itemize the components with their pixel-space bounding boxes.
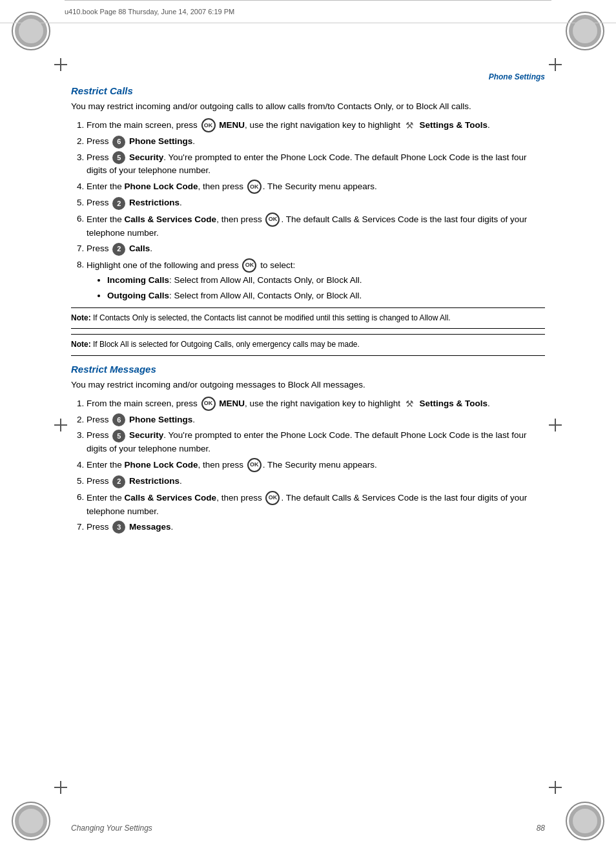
msg-step-4: Enter the Phone Lock Code, then press OK… bbox=[87, 458, 545, 472]
security-label-2: Security bbox=[129, 430, 163, 440]
security-label-1: Security bbox=[129, 152, 163, 162]
calls-bullet-list: Incoming Calls: Select from Allow All, C… bbox=[107, 274, 545, 303]
num-icon-2-1: 2 bbox=[112, 197, 125, 210]
restrictions-label-2: Restrictions bbox=[129, 476, 180, 486]
step-6: Enter the Calls & Services Code, then pr… bbox=[87, 213, 545, 240]
step-2: Press 6 Phone Settings. bbox=[87, 135, 545, 148]
step-7: Press 2 Calls. bbox=[87, 242, 545, 255]
restrict-calls-section: Restrict Calls You may restrict incoming… bbox=[71, 85, 545, 356]
ok-icon-7: OK bbox=[265, 491, 280, 505]
ok-icon-1: OK bbox=[201, 118, 216, 132]
num-icon-6-1: 6 bbox=[112, 136, 125, 149]
restrictions-label-1: Restrictions bbox=[129, 198, 180, 207]
section-header-text: Phone Settings bbox=[489, 72, 545, 81]
num-icon-2-3: 2 bbox=[112, 475, 125, 488]
header-bar: u410.book Page 88 Thursday, June 14, 200… bbox=[0, 0, 616, 23]
num-icon-5-2: 5 bbox=[112, 430, 125, 442]
note-text-1: If Contacts Only is selected, the Contac… bbox=[93, 313, 451, 322]
calls-services-label-2: Calls & Services Code bbox=[125, 492, 217, 502]
outgoing-calls-label: Outgoing Calls bbox=[107, 291, 169, 300]
restrict-messages-intro: You may restrict incoming and/or outgoin… bbox=[71, 379, 545, 391]
msg-step-7: Press 3 Messages. bbox=[87, 521, 545, 534]
cross-mark-mid-l bbox=[54, 419, 67, 431]
cross-mark-br bbox=[549, 781, 562, 794]
msg-step-6: Enter the Calls & Services Code, then pr… bbox=[87, 491, 545, 518]
restrict-calls-title: Restrict Calls bbox=[71, 85, 545, 96]
settings-icon-2: ⚒ bbox=[404, 398, 416, 410]
msg-step-1: From the main screen, press OK MENU, use… bbox=[87, 397, 545, 411]
restrict-messages-steps: From the main screen, press OK MENU, use… bbox=[87, 397, 545, 534]
step-4: Enter the Phone Lock Code, then press OK… bbox=[87, 180, 545, 194]
ok-icon-4: OK bbox=[242, 258, 256, 273]
messages-label: Messages bbox=[129, 522, 171, 532]
cross-mark-tr bbox=[549, 58, 562, 71]
settings-icon-1: ⚒ bbox=[404, 119, 416, 131]
restrict-messages-title: Restrict Messages bbox=[71, 364, 545, 375]
step-3: Press 5 Security. You're prompted to ent… bbox=[87, 151, 545, 178]
section-header: Phone Settings bbox=[0, 72, 616, 81]
step-5: Press 2 Restrictions. bbox=[87, 196, 545, 209]
settings-tools-label-2: Settings & Tools bbox=[420, 399, 488, 408]
corner-decoration-bl bbox=[12, 802, 50, 840]
ok-icon-2: OK bbox=[247, 180, 262, 194]
step-1: From the main screen, press OK MENU, use… bbox=[87, 118, 545, 132]
cross-mark-mid-r bbox=[549, 419, 562, 431]
outgoing-calls-bullet: Outgoing Calls: Select from Allow All, C… bbox=[107, 289, 545, 302]
num-icon-2-2: 2 bbox=[112, 243, 125, 256]
num-icon-5-1: 5 bbox=[112, 151, 125, 164]
incoming-calls-label: Incoming Calls bbox=[107, 275, 169, 285]
phone-lock-label-2: Phone Lock Code bbox=[125, 460, 198, 470]
note-label-2: Note: bbox=[71, 340, 91, 349]
footer: Changing Your Settings 88 bbox=[0, 824, 616, 833]
note-box-1: Note: If Contacts Only is selected, the … bbox=[71, 307, 545, 329]
cross-mark-tl bbox=[54, 58, 67, 71]
restrict-calls-steps: From the main screen, press OK MENU, use… bbox=[87, 118, 545, 302]
phone-settings-label-2: Phone Settings bbox=[129, 415, 192, 424]
step-8: Highlight one of the following and press… bbox=[87, 258, 545, 303]
footer-left: Changing Your Settings bbox=[71, 824, 152, 833]
settings-tools-label-1: Settings & Tools bbox=[420, 120, 488, 130]
num-icon-3-1: 3 bbox=[112, 521, 125, 534]
calls-services-label-1: Calls & Services Code bbox=[125, 214, 217, 223]
ok-icon-3: OK bbox=[265, 213, 280, 227]
note-box-2: Note: If Block All is selected for Outgo… bbox=[71, 334, 545, 355]
cross-mark-bl bbox=[54, 781, 67, 794]
footer-right: 88 bbox=[537, 824, 545, 833]
num-icon-6-2: 6 bbox=[112, 413, 125, 426]
corner-decoration-br bbox=[566, 802, 604, 840]
restrict-messages-section: Restrict Messages You may restrict incom… bbox=[71, 364, 545, 534]
header-text: u410.book Page 88 Thursday, June 14, 200… bbox=[65, 8, 234, 16]
restrict-calls-intro: You may restrict incoming and/or outgoin… bbox=[71, 100, 545, 113]
calls-label-1: Calls bbox=[129, 244, 150, 253]
incoming-calls-bullet: Incoming Calls: Select from Allow All, C… bbox=[107, 274, 545, 287]
ok-icon-5: OK bbox=[201, 397, 216, 411]
phone-settings-label-1: Phone Settings bbox=[129, 136, 192, 146]
menu-label-2: MENU bbox=[219, 399, 245, 408]
msg-step-3: Press 5 Security. You're prompted to ent… bbox=[87, 429, 545, 455]
note-label-1: Note: bbox=[71, 313, 91, 322]
main-content: Restrict Calls You may restrict incoming… bbox=[0, 85, 616, 534]
msg-step-5: Press 2 Restrictions. bbox=[87, 475, 545, 488]
msg-step-2: Press 6 Phone Settings. bbox=[87, 413, 545, 426]
ok-icon-6: OK bbox=[247, 458, 262, 472]
phone-lock-label-1: Phone Lock Code bbox=[125, 182, 198, 191]
menu-label-1: MENU bbox=[219, 120, 245, 130]
note-text-2: If Block All is selected for Outgoing Ca… bbox=[93, 340, 360, 349]
